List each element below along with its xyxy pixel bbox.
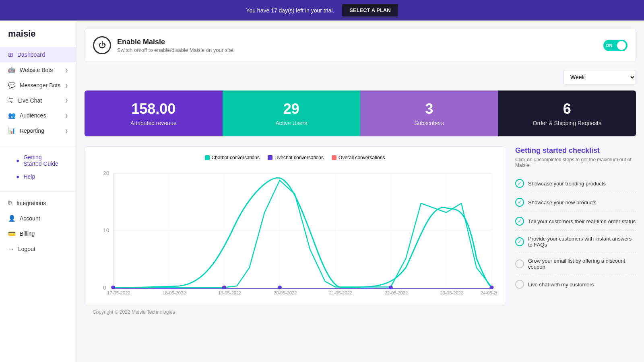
svg-text:0: 0 (103, 285, 106, 291)
week-selector[interactable]: Week Day Month Year (564, 70, 636, 84)
chart-and-checklist: Chatbot conversations Livechat conversat… (85, 146, 636, 305)
livechat-legend-dot (268, 155, 272, 160)
svg-text:21-05-2022: 21-05-2022 (329, 290, 353, 295)
stat-card-active-users: 29 Active Users (223, 90, 361, 136)
checklist-item-0[interactable]: ✓ Showcase your trending products (515, 174, 636, 193)
checklist-subtitle: Click on uncompleted steps to get the ma… (515, 157, 636, 168)
live-chat-icon: 🗨 (8, 97, 14, 104)
sidebar-item-integrations[interactable]: ⧉ Integrations (0, 195, 76, 211)
stat-card-revenue: 158.00 Attributed revenue (85, 90, 223, 136)
checklist-item-5[interactable]: Live chat with my customers (515, 275, 636, 294)
sidebar-bottom-label-account: Account (20, 215, 40, 222)
trial-banner: You have 17 day(s) left in your trial. S… (0, 0, 644, 21)
audiences-icon: 👥 (8, 112, 16, 119)
sidebar-item-messenger-bots[interactable]: 💬 Messenger Bots ❯ (0, 78, 76, 93)
stat-card-shipping: 6 Order & Shipping Requests (498, 90, 636, 136)
toggle-slider: ON (603, 40, 627, 51)
svg-text:17-05-2022: 17-05-2022 (107, 290, 130, 295)
svg-point-15 (222, 286, 226, 289)
chatbot-legend-dot (205, 155, 210, 160)
checklist-label-2: Tell your customers their real-time orde… (528, 218, 636, 224)
checklist-label-0: Showcase your trending products (528, 181, 606, 187)
enable-toggle[interactable]: ON (603, 40, 627, 51)
sidebar-item-logout[interactable]: → Logout (0, 241, 76, 256)
sidebar-bottom-label-integrations: Integrations (17, 200, 46, 206)
integrations-icon: ⧉ (8, 200, 12, 207)
stat-number-revenue: 158.00 (93, 101, 215, 117)
chatbot-legend-label: Chatbot conversations (212, 155, 260, 160)
dashboard-icon: ⊞ (8, 51, 13, 58)
checklist-item-2[interactable]: ✓ Tell your customers their real-time or… (515, 212, 636, 231)
sidebar-item-audiences[interactable]: 👥 Audiences ❯ (0, 108, 76, 123)
sidebar-item-label-messenger-bots: Messenger Bots (20, 82, 60, 88)
website-bots-icon: 🤖 (8, 66, 16, 74)
logout-icon: → (8, 245, 14, 252)
nav-menu: ⊞ Dashboard 🤖 Website Bots ❯ 💬 Messenger… (0, 47, 76, 138)
sidebar-item-reporting[interactable]: 📊 Reporting ❯ (0, 123, 76, 138)
chart-container: Chatbot conversations Livechat conversat… (85, 146, 505, 305)
checklist-label-5: Live chat with my customers (528, 282, 594, 288)
enable-title: Enable Maisie (117, 38, 235, 46)
logo: maisie (0, 27, 76, 47)
checklist-title: Getting started checklist (515, 146, 636, 155)
svg-text:19-05-2022: 19-05-2022 (218, 290, 242, 295)
livechat-legend-label: Livechat conversations (275, 155, 324, 160)
footer-text: Copyright © 2022 Maisie Technologies (93, 309, 175, 315)
check-icon-0: ✓ (515, 179, 524, 188)
sidebar-item-label-dashboard: Dashboard (17, 51, 45, 58)
sidebar-item-billing[interactable]: 💳 Billing (0, 226, 76, 241)
svg-text:20-05-2022: 20-05-2022 (274, 290, 297, 295)
sidebar-item-label-live-chat: Live Chat (18, 97, 42, 104)
sidebar-bottom-label-logout: Logout (18, 246, 35, 252)
legend-overall: Overall conversations (332, 155, 385, 160)
sidebar-item-help[interactable]: ● Help (8, 170, 68, 183)
stats-row: 158.00 Attributed revenue 29 Active User… (85, 90, 636, 136)
sidebar-item-label-reporting: Reporting (20, 128, 44, 134)
legend-chatbot: Chatbot conversations (205, 155, 260, 160)
svg-text:10: 10 (103, 228, 109, 233)
special-nav: ● Getting Started Guide ● Help (8, 151, 68, 183)
svg-text:23-05-2022: 23-05-2022 (440, 290, 464, 295)
week-selector-row: Week Day Month Year (85, 70, 636, 84)
messenger-bots-icon: 💬 (8, 82, 16, 89)
chevron-icon: ❯ (65, 113, 68, 118)
sidebar-item-dashboard[interactable]: ⊞ Dashboard (0, 47, 76, 62)
overall-legend-dot (332, 155, 336, 160)
check-icon-3: ✓ (515, 237, 524, 246)
legend-livechat: Livechat conversations (268, 155, 324, 160)
sidebar-special-label-help: Help (23, 173, 35, 180)
checklist-item-1[interactable]: ✓ Showcase your new products (515, 193, 636, 212)
svg-point-14 (111, 286, 115, 289)
checklist-item-4[interactable]: Grow your email list by offering a disco… (515, 253, 636, 275)
sidebar-item-label-audiences: Audiences (20, 112, 46, 119)
toggle-container[interactable]: ON (603, 40, 627, 51)
sidebar-item-website-bots[interactable]: 🤖 Website Bots ❯ (0, 62, 76, 78)
checklist-label-3: Provide your customers with instant answ… (528, 236, 636, 248)
bottom-nav: ⧉ Integrations 👤 Account 💳 Billing → Log… (0, 191, 76, 256)
overall-legend-label: Overall conversations (339, 155, 385, 160)
select-plan-button[interactable]: SELECT A PLAN (342, 4, 398, 16)
chart-svg: 20 10 0 (93, 167, 497, 295)
chart-legend: Chatbot conversations Livechat conversat… (93, 155, 497, 160)
toggle-on-label: ON (606, 43, 613, 48)
check-icon-2: ✓ (515, 217, 524, 226)
getting-started-checklist: Getting started checklist Click on uncom… (515, 146, 636, 305)
check-icon-1: ✓ (515, 198, 524, 207)
sidebar-bottom-label-billing: Billing (20, 230, 35, 237)
checklist-items-list: ✓ Showcase your trending products ✓ Show… (515, 174, 636, 294)
help-icon: ● (16, 173, 19, 180)
sidebar-item-account[interactable]: 👤 Account (0, 211, 76, 226)
checklist-item-3[interactable]: ✓ Provide your customers with instant an… (515, 231, 636, 253)
sidebar-item-live-chat[interactable]: 🗨 Live Chat ❯ (0, 93, 76, 108)
sidebar-item-getting-started[interactable]: ● Getting Started Guide (8, 151, 68, 170)
reporting-icon: 📊 (8, 127, 16, 134)
bottom-nav-items: ⧉ Integrations 👤 Account 💳 Billing → Log… (0, 195, 76, 256)
stat-number-active-users: 29 (231, 101, 353, 117)
stat-card-subscribers: 3 Subscribers (360, 90, 498, 136)
enable-maisie-card: ⏻ Enable Maisie Switch on/off to enable/… (85, 29, 636, 62)
svg-point-17 (389, 286, 393, 289)
banner-message: You have 17 day(s) left in your trial. (246, 7, 334, 14)
svg-text:22-05-2022: 22-05-2022 (385, 290, 408, 295)
svg-point-16 (278, 286, 282, 289)
sidebar-item-label-website-bots: Website Bots (20, 67, 53, 73)
